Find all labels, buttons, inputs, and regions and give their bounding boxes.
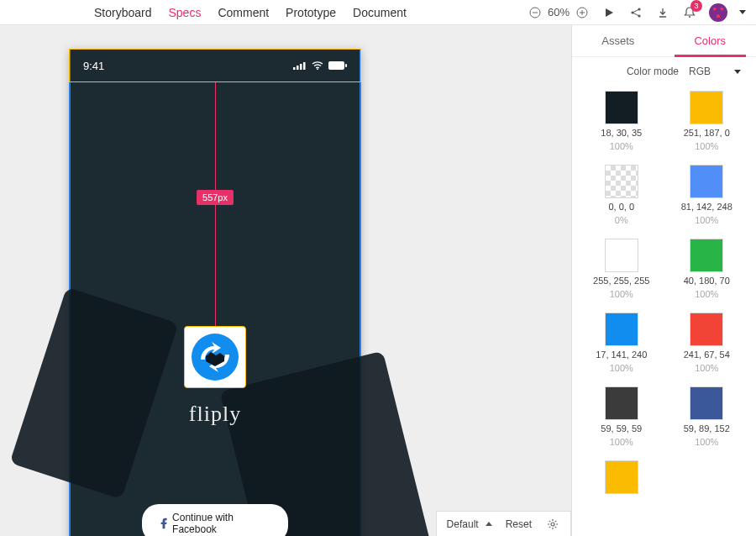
main-tabs: StoryboardSpecsCommentPrototypeDocument: [94, 3, 407, 23]
svg-rect-12: [293, 67, 296, 70]
swatch-box: [690, 239, 723, 272]
color-swatch[interactable]: 81, 142, 248100%: [668, 165, 747, 225]
notification-badge: 3: [690, 0, 702, 12]
color-swatch[interactable]: 59, 89, 152100%: [668, 386, 747, 447]
settings-icon[interactable]: [545, 517, 560, 532]
app-logo[interactable]: [184, 326, 246, 388]
svg-rect-17: [328, 61, 344, 70]
download-icon[interactable]: [655, 5, 670, 20]
zoom-value: 60%: [548, 6, 570, 18]
swatch-label: 241, 67, 54: [684, 349, 730, 360]
color-mode-label: Color mode: [627, 66, 679, 77]
color-swatch[interactable]: 255, 255, 255100%: [582, 239, 661, 299]
share-icon[interactable]: [628, 5, 643, 20]
swatch-box: [605, 239, 638, 272]
swatch-label: 59, 59, 59: [601, 423, 642, 434]
fb-button-label: Continue with Facebook: [172, 512, 270, 535]
device-statusbar[interactable]: 9:41: [69, 49, 361, 82]
color-mode-row: Color mode RGB: [572, 57, 756, 86]
color-swatch[interactable]: 241, 67, 54100%: [668, 313, 747, 373]
user-avatar[interactable]: [709, 3, 727, 22]
swatch-box: [690, 386, 723, 420]
swatch-label: 0, 0, 0: [608, 202, 634, 212]
svg-rect-14: [300, 64, 302, 70]
swatch-label: 18, 30, 35: [601, 128, 642, 138]
reset-button[interactable]: Reset: [506, 518, 532, 530]
svg-rect-13: [297, 66, 299, 70]
swatch-label: 17, 141, 240: [596, 349, 647, 360]
color-swatch[interactable]: 251, 187, 0100%: [668, 91, 747, 151]
facebook-icon: [160, 518, 167, 529]
swatch-opacity: 100%: [695, 437, 718, 447]
tab-prototype[interactable]: Prototype: [286, 3, 336, 23]
signal-icon: [293, 61, 307, 70]
background-decor: [9, 287, 178, 499]
topbar-right-group: 60% 3: [528, 3, 746, 22]
inspector-tab-colors[interactable]: Colors: [664, 25, 757, 56]
zoom-in-icon[interactable]: [575, 5, 590, 20]
swatch-label: 81, 142, 248: [681, 202, 732, 212]
notifications-icon[interactable]: 3: [682, 5, 697, 20]
swatch-label: 255, 255, 255: [593, 276, 649, 286]
swatch-box: [690, 165, 723, 198]
tab-document[interactable]: Document: [353, 3, 407, 23]
swatch-opacity: 100%: [610, 437, 633, 447]
canvas[interactable]: 9:41 557px fliply Conti: [0, 25, 571, 536]
swatch-opacity: 100%: [610, 141, 633, 151]
statusbar-icons: [293, 61, 347, 70]
color-swatch-grid: 18, 30, 35100%251, 187, 0100%0, 0, 00%81…: [572, 86, 756, 536]
color-swatch[interactable]: 18, 30, 35100%: [582, 91, 661, 151]
spacing-guide-label: 557px: [197, 190, 234, 205]
main-area: 9:41 557px fliply Conti: [0, 25, 756, 536]
inspector-tabs: AssetsColors: [572, 25, 756, 57]
artboard[interactable]: 9:41 557px fliply Conti: [69, 49, 361, 536]
zoom-control: 60%: [528, 5, 590, 20]
brand-name[interactable]: fliply: [189, 402, 241, 427]
svg-line-9: [633, 9, 638, 12]
swatch-opacity: 100%: [695, 363, 718, 373]
wifi-icon: [312, 61, 323, 70]
swatch-box: [605, 386, 638, 420]
swatch-opacity: 100%: [610, 289, 633, 299]
handshake-icon: [189, 331, 241, 383]
swatch-opacity: 0%: [615, 215, 628, 225]
tab-storyboard[interactable]: Storyboard: [94, 3, 151, 23]
swatch-box: [605, 91, 638, 124]
swatch-opacity: 100%: [610, 363, 633, 373]
color-swatch[interactable]: [582, 460, 661, 494]
swatch-opacity: 100%: [695, 289, 718, 299]
swatch-box: [690, 91, 723, 124]
svg-marker-5: [606, 8, 613, 17]
swatch-box: [605, 165, 638, 198]
swatch-label: 40, 180, 70: [684, 276, 730, 286]
svg-point-6: [631, 11, 633, 13]
swatch-opacity: 100%: [695, 141, 718, 151]
preset-dropdown[interactable]: Default: [447, 518, 492, 530]
swatch-box: [605, 460, 638, 494]
zoom-out-icon[interactable]: [528, 5, 543, 20]
svg-point-21: [551, 523, 554, 526]
color-mode-caret-icon[interactable]: [734, 70, 741, 74]
swatch-label: 251, 187, 0: [684, 128, 730, 138]
color-swatch[interactable]: 17, 141, 240100%: [582, 313, 661, 373]
user-menu-caret-icon[interactable]: [739, 10, 746, 14]
color-swatch[interactable]: 0, 0, 00%: [582, 165, 661, 225]
tab-comment[interactable]: Comment: [218, 3, 269, 23]
tab-specs[interactable]: Specs: [168, 3, 201, 23]
swatch-box: [605, 313, 638, 346]
statusbar-time: 9:41: [83, 60, 104, 72]
top-toolbar: StoryboardSpecsCommentPrototypeDocument …: [0, 0, 756, 25]
svg-point-7: [638, 8, 640, 10]
battery-icon: [328, 61, 347, 70]
play-icon[interactable]: [601, 5, 617, 20]
color-mode-value[interactable]: RGB: [689, 66, 711, 77]
swatch-box: [690, 313, 723, 346]
bottom-toolbar: Default Reset: [436, 511, 571, 536]
svg-rect-18: [345, 64, 347, 67]
color-swatch[interactable]: 40, 180, 70100%: [668, 239, 747, 299]
inspector-tab-assets[interactable]: Assets: [572, 25, 664, 56]
svg-point-16: [317, 68, 318, 70]
continue-facebook-button[interactable]: Continue with Facebook: [142, 504, 288, 536]
color-swatch[interactable]: 59, 59, 59100%: [582, 386, 661, 447]
svg-line-10: [633, 13, 638, 15]
